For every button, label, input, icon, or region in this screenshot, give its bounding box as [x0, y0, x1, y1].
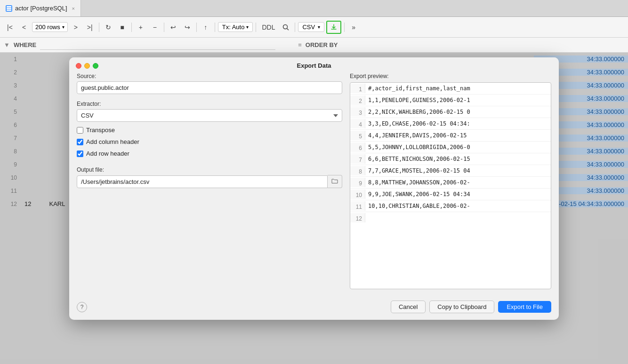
- search-button[interactable]: [280, 21, 292, 34]
- preview-row-num-10: 10: [350, 190, 365, 199]
- download-button[interactable]: [326, 21, 341, 34]
- minimize-button[interactable]: [84, 63, 90, 69]
- separator-6: [256, 23, 256, 32]
- csv-selector[interactable]: CSV ▾: [298, 22, 324, 32]
- separator-8: [344, 23, 345, 32]
- undo-button[interactable]: ↩: [167, 21, 179, 34]
- dialog-footer: ? Cancel Copy to Clipboard Export to Fil…: [69, 297, 559, 320]
- left-panel: Source: Extractor: CSV TSV JSON SQL-INSE…: [77, 73, 350, 289]
- preview-row-6: 6 5,5,JOHNNY,LOLLOBRIGIDA,2006-0: [350, 142, 551, 153]
- preview-row-content-2: 1,1,PENELOPE,GUINESS,2006-02-1: [365, 95, 473, 105]
- tab-actor[interactable]: actor [PostgreSQL] ×: [0, 0, 81, 16]
- source-field[interactable]: [77, 81, 342, 94]
- add-row-button[interactable]: +: [135, 21, 147, 34]
- preview-row-9: 9 8,8,MATTHEW,JOHANSSON,2006-02-: [350, 177, 551, 189]
- svg-rect-2: [7, 9, 11, 11]
- rows-selector[interactable]: 200 rows ▾: [32, 22, 68, 32]
- add-column-header-checkbox[interactable]: [77, 139, 83, 145]
- refresh-button[interactable]: ↻: [102, 21, 114, 34]
- last-page-button[interactable]: >|: [84, 21, 96, 34]
- dialog-overlay: Export Data Source: Extractor: CSV TSV J…: [0, 53, 628, 364]
- preview-row-content-5: 4,4,JENNIFER,DAVIS,2006-02-15: [365, 131, 470, 140]
- cancel-button[interactable]: Cancel: [391, 301, 426, 313]
- preview-row-content-7: 6,6,BETTE,NICHOLSON,2006-02-15: [365, 154, 473, 164]
- export-to-file-button[interactable]: Export to File: [498, 301, 551, 313]
- remove-row-button[interactable]: −: [149, 21, 161, 34]
- tab-label: actor [PostgreSQL]: [15, 5, 67, 12]
- svg-rect-0: [7, 6, 11, 8]
- add-row-header-label[interactable]: Add row header: [86, 150, 129, 157]
- preview-row-num-11: 11: [350, 201, 365, 211]
- preview-row-num-1: 1: [350, 84, 365, 93]
- add-column-header-label[interactable]: Add column header: [86, 138, 139, 145]
- toolbar: |< < 200 rows ▾ > >| ↻ ■ + − ↩ ↪ ↑ Tx: A…: [0, 17, 628, 38]
- svg-point-3: [283, 24, 288, 29]
- preview-row-content-11: 10,10,CHRISTIAN,GABLE,2006-02-: [365, 201, 473, 211]
- dialog-title: Export Data: [297, 62, 331, 69]
- add-row-header-checkbox[interactable]: [77, 150, 83, 157]
- redo-button[interactable]: ↪: [181, 21, 193, 34]
- preview-row-num-5: 5: [350, 131, 365, 140]
- add-column-header-row: Add column header: [77, 138, 342, 145]
- ddl-button[interactable]: DDL: [259, 21, 278, 34]
- close-button[interactable]: [76, 63, 81, 69]
- preview-row-num-7: 7: [350, 154, 365, 164]
- folder-icon: [331, 178, 338, 184]
- tab-close-button[interactable]: ×: [72, 6, 75, 11]
- csv-dropdown-icon: ▾: [318, 24, 320, 30]
- right-panel: Export preview: 1 #,actor_id,first_name,…: [350, 73, 551, 289]
- preview-row-1: 1 #,actor_id,first_name,last_nam: [350, 83, 551, 95]
- dialog-titlebar: Export Data: [69, 57, 559, 73]
- order-label: ORDER BY: [306, 41, 338, 48]
- help-button[interactable]: ?: [77, 302, 87, 312]
- output-file-label: Output file:: [77, 166, 342, 173]
- tab-bar: actor [PostgreSQL] ×: [0, 0, 628, 17]
- where-label: WHERE: [14, 41, 36, 48]
- rows-label: 200 rows: [35, 24, 60, 31]
- copy-to-clipboard-button[interactable]: Copy to Clipboard: [429, 301, 494, 313]
- preview-row-content-10: 9,9,JOE,SWANK,2006-02-15 04:34: [365, 190, 473, 199]
- svg-rect-1: [7, 8, 11, 9]
- search-icon: [282, 24, 289, 31]
- stop-button[interactable]: ■: [116, 21, 129, 34]
- separator-2: [131, 23, 132, 32]
- preview-row-10: 10 9,9,JOE,SWANK,2006-02-15 04:34: [350, 189, 551, 200]
- dialog-body: Source: Extractor: CSV TSV JSON SQL-INSE…: [69, 73, 559, 297]
- preview-row-11: 11 10,10,CHRISTIAN,GABLE,2006-02-: [350, 200, 551, 212]
- tx-dropdown-icon: ▾: [246, 24, 249, 30]
- separator-4: [196, 23, 197, 32]
- preview-row-content-3: 2,2,NICK,WAHLBERG,2006-02-15 0: [365, 107, 473, 117]
- preview-row-num-8: 8: [350, 166, 365, 175]
- preview-row-content-4: 3,3,ED,CHASE,2006-02-15 04:34:: [365, 119, 473, 128]
- preview-row-12: 12: [350, 212, 551, 223]
- download-icon: [330, 24, 338, 31]
- tx-selector[interactable]: Tx: Auto ▾: [218, 22, 253, 32]
- preview-row-7: 7 6,6,BETTE,NICHOLSON,2006-02-15: [350, 153, 551, 165]
- separator-5: [215, 23, 215, 32]
- separator-3: [164, 23, 164, 32]
- transpose-checkbox[interactable]: [77, 127, 83, 134]
- upload-button[interactable]: ↑: [200, 21, 212, 34]
- preview-row-num-3: 3: [350, 107, 365, 117]
- tx-label: Tx: Auto: [222, 24, 245, 31]
- browse-folder-button[interactable]: [328, 175, 342, 188]
- transpose-label[interactable]: Transpose: [86, 127, 115, 134]
- traffic-lights: [76, 63, 98, 69]
- svg-line-4: [287, 28, 289, 30]
- preview-label: Export preview:: [350, 73, 551, 79]
- table-icon: [6, 5, 12, 12]
- preview-row-num-6: 6: [350, 142, 365, 152]
- preview-row-content-8: 7,7,GRACE,MOSTEL,2006-02-15 04: [365, 166, 473, 175]
- separator-1: [99, 23, 99, 32]
- preview-row-num-9: 9: [350, 178, 365, 187]
- filter-icon: ▼: [4, 41, 10, 48]
- maximize-button[interactable]: [93, 63, 98, 69]
- main-area: 1 34:33.000000 2 34:33.000000 3 34:33.00…: [0, 53, 628, 364]
- add-row-header-row: Add row header: [77, 150, 342, 157]
- next-page-button[interactable]: >: [70, 21, 82, 34]
- more-button[interactable]: »: [347, 21, 360, 34]
- first-page-button[interactable]: |<: [4, 21, 16, 34]
- extractor-select[interactable]: CSV TSV JSON SQL-INSERT: [77, 109, 342, 122]
- prev-page-button[interactable]: <: [18, 21, 30, 34]
- output-file-input[interactable]: [77, 175, 328, 188]
